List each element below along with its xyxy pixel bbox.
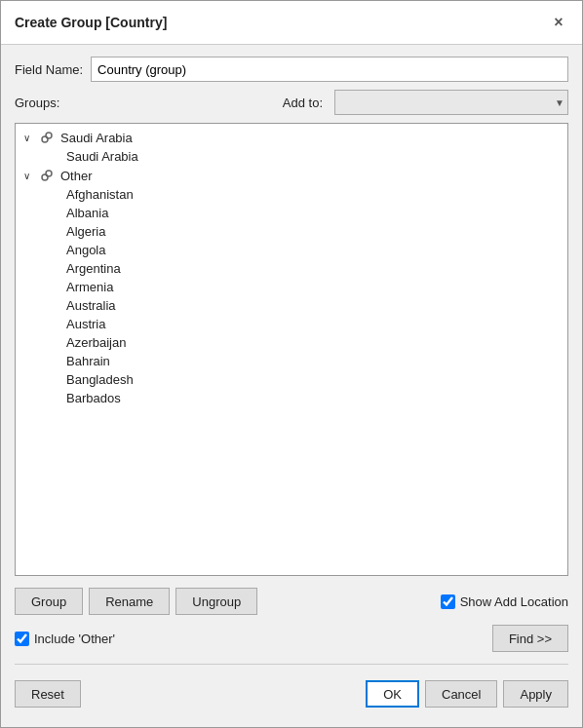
field-name-input[interactable] [91,57,568,82]
divider [15,664,568,665]
group-button[interactable]: Group [15,588,83,615]
chevron-down-icon[interactable]: ∨ [23,171,35,181]
country-name: Azerbaijan [66,335,126,350]
field-name-row: Field Name: [15,57,568,82]
country-name: Australia [66,298,116,313]
dialog-title: Create Group [Country] [15,15,167,30]
list-item[interactable]: Albania [16,204,567,222]
list-item[interactable]: Barbados [16,389,567,407]
show-add-location-checkbox-label[interactable]: Show Add Location [441,594,568,609]
list-item[interactable]: Argentina [16,259,567,278]
country-name: Algeria [66,224,105,239]
country-name: Saudi Arabia [66,149,138,164]
list-item[interactable]: ∨ Other [16,166,567,185]
country-name: Bahrain [66,354,110,368]
find-button[interactable]: Find >> [492,625,568,652]
country-name: Bangladesh [66,372,134,387]
groups-row: Groups: Add to: ▼ [15,90,568,115]
link-icon [39,130,55,145]
dialog-body: Field Name: Groups: Add to: ▼ ∨ [1,45,582,727]
ungroup-button[interactable]: Ungroup [175,588,257,615]
add-to-select-wrapper: ▼ [334,90,568,115]
show-add-location-label: Show Add Location [460,594,568,609]
options-row: Include 'Other' Find >> [15,625,568,652]
svg-line-2 [47,137,48,138]
list-item[interactable]: Algeria [16,222,567,241]
country-name: Armenia [66,280,113,294]
country-name: Barbados [66,391,121,405]
include-other-checkbox[interactable] [15,632,29,646]
list-item[interactable]: ∨ Saudi Arabia [16,128,567,147]
action-buttons-row: Group Rename Ungroup Show Add Location [15,588,568,615]
title-bar: Create Group [Country] × [1,1,582,45]
groups-label: Groups: [15,96,59,110]
country-name: Albania [66,206,108,220]
link-icon [39,168,55,183]
country-list[interactable]: ∨ Saudi Arabia Saudi Arabia [15,123,568,576]
cancel-button[interactable]: Cancel [425,680,497,708]
bottom-right-buttons: OK Cancel Apply [366,680,568,708]
ok-button[interactable]: OK [366,680,419,708]
list-item[interactable]: Azerbaijan [16,333,567,352]
reset-button[interactable]: Reset [15,680,81,708]
add-to-label: Add to: [283,96,323,110]
dialog-buttons-row: Reset OK Cancel Apply [15,680,568,715]
list-item[interactable]: Armenia [16,278,567,296]
list-item[interactable]: Saudi Arabia [16,147,567,166]
group-name: Saudi Arabia [60,131,133,145]
country-name: Angola [66,243,105,257]
list-item[interactable]: Afghanistan [16,185,567,204]
create-group-dialog: Create Group [Country] × Field Name: Gro… [0,0,583,728]
group-name: Other [60,169,93,183]
country-name: Austria [66,317,105,331]
list-item[interactable]: Bangladesh [16,370,567,389]
chevron-down-icon[interactable]: ∨ [23,133,35,143]
list-inner: ∨ Saudi Arabia Saudi Arabia [16,124,567,411]
country-name: Afghanistan [66,187,134,202]
list-item[interactable]: Austria [16,315,567,333]
svg-line-5 [47,175,48,176]
country-name: Argentina [66,261,121,276]
apply-button[interactable]: Apply [503,680,568,708]
field-name-label: Field Name: [15,62,83,77]
list-item[interactable]: Australia [16,296,567,315]
list-item[interactable]: Bahrain [16,352,567,370]
add-to-select[interactable] [334,90,568,115]
close-button[interactable]: × [547,11,570,34]
show-add-location-checkbox[interactable] [441,594,455,609]
include-other-label: Include 'Other' [34,632,115,646]
list-item[interactable]: Angola [16,241,567,259]
rename-button[interactable]: Rename [89,588,170,615]
include-other-checkbox-label[interactable]: Include 'Other' [15,632,115,646]
